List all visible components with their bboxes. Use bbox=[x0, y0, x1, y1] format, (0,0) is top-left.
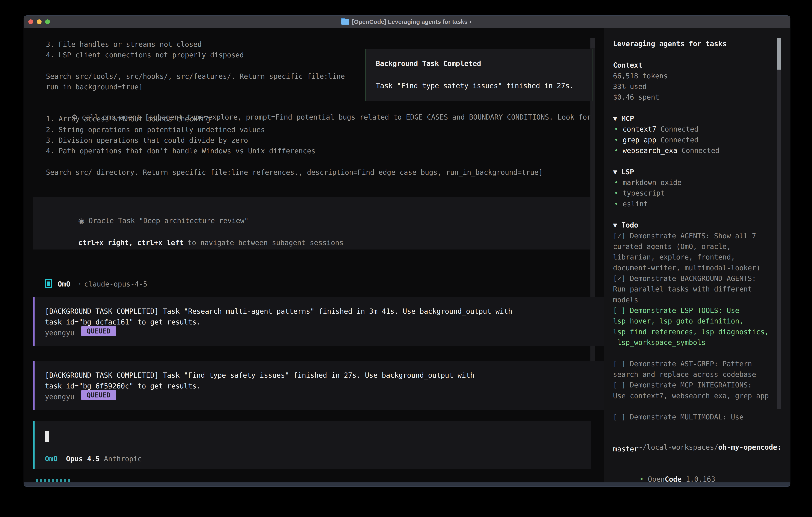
todo-line-done: [✓] Demonstrate BACKGROUND AGENTS: bbox=[613, 274, 756, 283]
terminal-window: [OpenCode] Leveraging agents for tasks ◐… bbox=[24, 16, 790, 487]
scrollback-line: Search src/tools/, src/hooks/, src/featu… bbox=[46, 72, 345, 81]
input-model-name[interactable]: Opus 4.5 bbox=[66, 455, 100, 463]
record-icon: ◉ bbox=[78, 217, 85, 225]
status-dot: • bbox=[614, 125, 618, 133]
message-user: yeongyu bbox=[45, 328, 75, 337]
scrollback-line: 3. Division operations that could divide… bbox=[46, 136, 248, 145]
lsp-item: • typescript bbox=[614, 189, 665, 197]
status-dot: • bbox=[614, 179, 618, 187]
todo-section-header[interactable]: ▼ Todo bbox=[613, 221, 638, 229]
agent-name: OmO bbox=[58, 280, 70, 289]
context-used: 33% used bbox=[613, 82, 647, 91]
chat-scrollbar-thumb-top[interactable] bbox=[590, 38, 595, 48]
scrollback-line: 3. File handles or streams not closed bbox=[46, 40, 202, 49]
message-text-line: [BACKGROUND TASK COMPLETED] Task "Find t… bbox=[45, 371, 474, 380]
todo-line-active: lsp_hover, lsp_goto_definition, bbox=[613, 317, 744, 325]
workspace-repo: oh-my-opencode: bbox=[718, 443, 781, 451]
hint-text: to navigate between subagent sessions bbox=[187, 239, 344, 247]
context-header: Context bbox=[613, 61, 643, 70]
agent-model: claude-opus-4-5 bbox=[84, 280, 147, 289]
omo-agent-icon bbox=[46, 279, 52, 288]
lsp-item: • markdown-oxide bbox=[614, 178, 682, 187]
notification-title: Background Task Completed bbox=[376, 59, 481, 68]
separator-dot: · bbox=[78, 280, 82, 289]
todo-line-active: lsp_workspace_symbols bbox=[613, 338, 706, 347]
mcp-status: Connected bbox=[682, 146, 720, 155]
message-text-line: task_id="bg_6f59260c" to get results. bbox=[45, 382, 201, 390]
scrollback-line: 4. LSP client connections not properly d… bbox=[46, 51, 244, 59]
scrollback-line: 4. Path operations that don't handle Win… bbox=[46, 146, 316, 155]
input-agent-name[interactable]: OmO bbox=[45, 455, 58, 463]
todo-line-pending: [ ] Demonstrate AST-GREP: Pattern bbox=[613, 359, 752, 368]
subagent-nav-hint: ctrl+x right, ctrl+x left to navigate be… bbox=[45, 229, 344, 256]
scrollback-line: Search src/ directory. Return specific f… bbox=[46, 168, 543, 177]
scrollback-line: run_in_background=true] bbox=[46, 83, 143, 91]
minimize-window-button[interactable] bbox=[37, 19, 41, 24]
queued-badge: QUEUED bbox=[81, 326, 116, 336]
todo-line-done: [✓] Demonstrate AGENTS: Show all 7 bbox=[613, 232, 756, 240]
todo-line-done: curated agents (OmO, oracle, bbox=[613, 242, 731, 251]
scrollback-line: 1. Array access without bounds checking bbox=[46, 114, 210, 124]
context-tokens: 66,518 tokens bbox=[613, 72, 668, 80]
input-provider-name: Anthropic bbox=[104, 455, 142, 463]
sidebar-scrollbar-track[interactable] bbox=[777, 38, 781, 409]
todo-line-done: document-writer, multimodal-looker) bbox=[613, 264, 760, 272]
message-text-line: [BACKGROUND TASK COMPLETED] Task "Resear… bbox=[45, 307, 512, 316]
status-dot: • bbox=[639, 475, 644, 483]
oracle-task-panel[interactable]: ◉ Oracle Task "Deep architecture review"… bbox=[33, 197, 590, 249]
todo-line-done: librarian, explore, frontend, bbox=[613, 253, 735, 262]
background-task-message[interactable]: [BACKGROUND TASK COMPLETED] Task "Resear… bbox=[33, 297, 610, 346]
status-dot: • bbox=[614, 200, 618, 208]
window-titlebar[interactable]: [OpenCode] Leveraging agents for tasks ◐ bbox=[24, 16, 790, 28]
mcp-section-header[interactable]: ▼ MCP bbox=[613, 114, 634, 123]
status-dot: • bbox=[614, 136, 618, 144]
window-bottom-frame bbox=[24, 483, 790, 487]
traffic-lights bbox=[28, 19, 50, 24]
todo-line-pending: [ ] Demonstrate MCP INTEGRATIONS: bbox=[613, 381, 752, 389]
todo-line-pending: Use context7, websearch_exa, grep_app bbox=[613, 391, 769, 400]
mcp-item: • grep_app Connected bbox=[614, 136, 698, 144]
chat-main-pane: 3. File handles or streams not closed 4.… bbox=[24, 28, 596, 483]
message-user: yeongyu bbox=[45, 392, 75, 401]
scrollback-line: 2. String operations on potentially unde… bbox=[46, 125, 265, 134]
mcp-status: Connected bbox=[661, 125, 698, 133]
prompt-input[interactable]: OmO Opus 4.5 Anthropic bbox=[33, 421, 591, 469]
notification-body: Task "Find type safety issues" finished … bbox=[376, 81, 574, 90]
lsp-item: • eslint bbox=[614, 199, 648, 208]
message-text-line: task_id="bg_dcfac161" to get results. bbox=[45, 318, 201, 326]
hint-keys: ctrl+x right, ctrl+x left bbox=[78, 239, 184, 247]
session-title: Leveraging agents for tasks bbox=[613, 39, 727, 48]
folder-icon bbox=[341, 19, 349, 25]
todo-line-done: models bbox=[613, 296, 638, 304]
workspace-branch: master bbox=[613, 445, 638, 454]
sidebar-scrollbar-thumb[interactable] bbox=[777, 38, 781, 70]
background-task-message[interactable]: [BACKGROUND TASK COMPLETED] Task "Find t… bbox=[33, 361, 610, 410]
mcp-status: Connected bbox=[661, 136, 698, 144]
close-window-button[interactable] bbox=[28, 19, 33, 24]
window-title: [OpenCode] Leveraging agents for tasks ◐ bbox=[352, 19, 473, 25]
todo-line-pending: [ ] Demonstrate MULTIMODAL: Use bbox=[613, 413, 744, 421]
background-task-notification[interactable]: Background Task Completed Task "Find typ… bbox=[365, 49, 592, 101]
status-dot: • bbox=[614, 146, 618, 155]
zoom-window-button[interactable] bbox=[45, 19, 50, 24]
input-model-row: OmO Opus 4.5 Anthropic bbox=[45, 455, 142, 463]
status-dot: • bbox=[614, 189, 618, 197]
todo-line-active: [ ] Demonstrate LSP TOOLS: Use bbox=[613, 306, 739, 315]
context-spent: $0.46 spent bbox=[613, 93, 659, 102]
todo-line-pending: search and replace across codebase bbox=[613, 370, 756, 379]
queued-badge: QUEUED bbox=[81, 390, 116, 400]
todo-line-active: lsp_find_references, lsp_diagnostics, bbox=[613, 327, 769, 336]
text-cursor bbox=[45, 431, 49, 442]
todo-line-done: Run parallel tasks with different bbox=[613, 285, 752, 294]
lsp-section-header[interactable]: ▼ LSP bbox=[613, 167, 634, 176]
mcp-item: • websearch_exa Connected bbox=[614, 146, 720, 155]
mcp-item: • context7 Connected bbox=[614, 125, 698, 134]
session-sidebar: Leveraging agents for tasks Context 66,5… bbox=[604, 28, 790, 483]
